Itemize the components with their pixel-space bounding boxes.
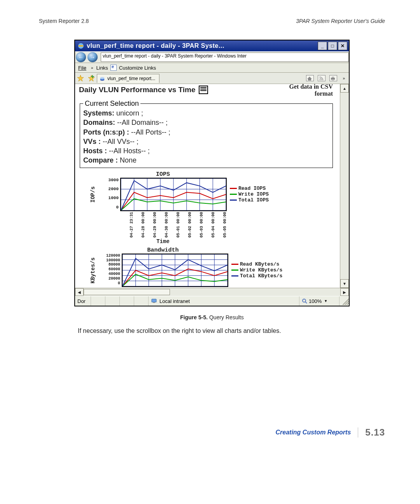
doc-header-right: 3PAR System Reporter User's Guide	[296, 18, 385, 24]
chart-legend: Read KBytes/sWrite KBytes/sTotal KBytes/…	[231, 254, 282, 287]
svg-rect-13	[332, 79, 334, 80]
footer-section-title: Creating Custom Reports	[275, 429, 351, 436]
window-resize-grip[interactable]	[341, 297, 349, 305]
y-ticks: 3000200010000	[97, 178, 120, 210]
page-footer: Creating Custom Reports 5.13	[39, 424, 385, 438]
scroll-track[interactable]	[340, 93, 349, 279]
svg-point-45	[303, 299, 306, 302]
scroll-right-arrow[interactable]: ▶	[340, 288, 349, 296]
bandwidth-chart: Bandwidth KBytes/s 120000100000800006000…	[89, 247, 337, 288]
scroll-up-arrow[interactable]: ▲	[340, 84, 349, 93]
sel-ports: Ports (n:s:p) : --All Ports-- ;	[83, 128, 329, 137]
status-security-zone: Local intranet	[149, 296, 299, 306]
footer-divider	[358, 427, 358, 438]
svg-line-46	[305, 302, 307, 303]
favorites-icon[interactable]	[77, 75, 84, 82]
report-content: Daily VLUN Performance vs Time Get data …	[75, 84, 340, 288]
svg-rect-9	[308, 79, 311, 80]
svg-point-7	[100, 77, 105, 79]
svg-marker-2	[88, 75, 94, 81]
y-ticks: 120000100000800006000040000200000	[97, 254, 122, 285]
window-titlebar: vlun_perf_time report - daily - 3PAR Sys…	[75, 40, 349, 51]
export-doc-icon[interactable]	[199, 86, 208, 94]
forward-button[interactable]: →	[88, 52, 98, 62]
csv-link[interactable]: Get data in CSV format	[289, 84, 333, 97]
iops-chart: IOPS IOP/s 3000200010000 Read IOPSWrite …	[89, 171, 337, 245]
report-title: Daily VLUN Performance vs Time	[79, 86, 208, 94]
body-paragraph: If necessary, use the scrollbox on the r…	[78, 327, 385, 334]
feeds-button[interactable]	[318, 75, 326, 81]
scroll-down-arrow[interactable]: ▼	[340, 279, 349, 288]
home-button[interactable]	[306, 75, 314, 81]
figure-caption: Figure 5-5. Query Results	[39, 314, 385, 320]
status-left-text: Dor	[75, 296, 91, 306]
current-selection-panel: Current Selection Systems: unicorn ; Dom…	[80, 100, 333, 168]
tab-favicon-icon	[100, 76, 105, 81]
intranet-icon	[151, 298, 157, 304]
back-button[interactable]: ←	[76, 52, 86, 62]
scroll-left-arrow[interactable]: ◀	[75, 288, 84, 296]
sel-systems: Systems: unicorn ;	[83, 108, 329, 118]
chart-legend: Read IOPSWrite IOPSTotal IOPS	[230, 178, 269, 211]
svg-marker-8	[307, 77, 312, 79]
menu-expand-icon[interactable]: »	[89, 66, 95, 70]
close-button[interactable]: ✕	[338, 42, 347, 50]
status-zoom[interactable]: 100% ▼	[299, 296, 340, 306]
active-tab[interactable]: vlun_perf_time report...	[97, 74, 159, 83]
browser-window: vlun_perf_time report - daily - 3PAR Sys…	[74, 40, 350, 306]
address-field[interactable]: vlun_perf_time report - daily - 3PAR Sys…	[101, 52, 349, 62]
footer-page-number: 5.13	[365, 427, 385, 438]
scroll-thumb[interactable]	[84, 289, 170, 295]
y-axis-label: IOP/s	[89, 178, 97, 211]
svg-rect-43	[152, 299, 156, 302]
minimize-button[interactable]: _	[318, 42, 327, 50]
sel-hosts: Hosts : --All Hosts-- ;	[83, 146, 329, 156]
svg-point-10	[320, 79, 321, 80]
vertical-scrollbar[interactable]: ▲ ▼	[340, 84, 349, 288]
zoom-icon	[302, 298, 307, 304]
current-selection-legend: Current Selection	[83, 100, 140, 108]
chart-title: IOPS	[89, 171, 237, 178]
menu-bar: File » Links Customize Links	[75, 63, 349, 73]
print-button[interactable]	[329, 75, 337, 81]
x-axis-label: Time	[89, 238, 237, 245]
svg-marker-1	[77, 75, 84, 81]
status-bar: Dor Local intranet 100% ▼	[75, 296, 349, 306]
add-favorite-icon[interactable]	[88, 75, 95, 82]
tab-label: vlun_perf_time report...	[107, 76, 155, 81]
svg-rect-12	[332, 77, 334, 78]
x-ticks: 04-27 23:3104-28 00:0004-29 00:0004-30 0…	[130, 212, 337, 238]
ie-page-icon	[110, 65, 117, 71]
links-label: Links	[96, 65, 108, 71]
ie-logo-icon	[77, 42, 84, 49]
doc-header-left: System Reporter 2.8	[39, 18, 89, 24]
sel-vvs: VVs : --All VVs-- ;	[83, 137, 329, 146]
tab-bar: vlun_perf_time report... »	[75, 73, 349, 84]
window-title: vlun_perf_time report - daily - 3PAR Sys…	[87, 42, 318, 49]
nav-toolbar: ← → vlun_perf_time report - daily - 3PAR…	[75, 51, 349, 63]
svg-rect-44	[153, 302, 155, 303]
y-axis-label: KBytes/s	[89, 254, 97, 287]
chart-plot-area	[122, 254, 228, 287]
horizontal-scrollbar[interactable]: ◀ ▶	[75, 288, 349, 296]
chart-plot-area	[120, 178, 227, 211]
maximize-button[interactable]: □	[328, 42, 337, 50]
toolbar-overflow-icon[interactable]: »	[341, 76, 346, 80]
svg-rect-4	[91, 76, 94, 77]
customize-links[interactable]: Customize Links	[119, 65, 156, 71]
sel-compare: Compare : None	[83, 156, 329, 165]
chart-title: Bandwidth	[89, 247, 237, 254]
file-menu[interactable]: File	[75, 64, 89, 72]
sel-domains: Domains: --All Domains-- ;	[83, 118, 329, 127]
